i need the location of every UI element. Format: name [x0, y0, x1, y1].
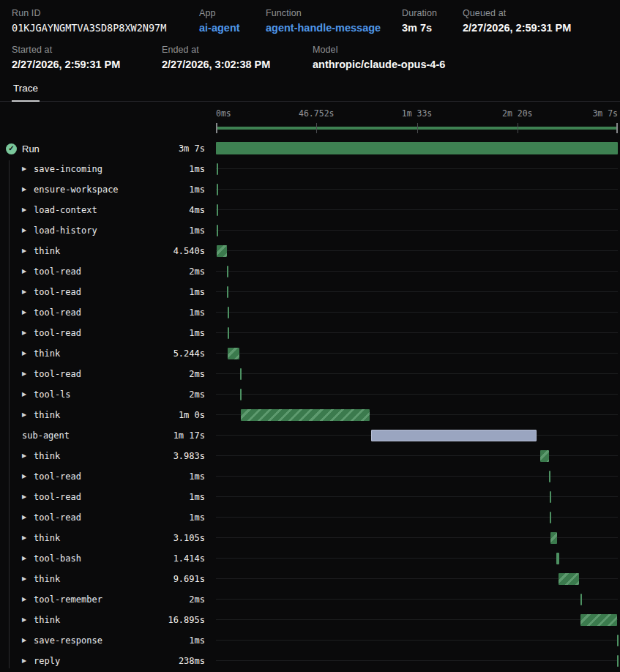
span-bar[interactable]: [556, 553, 559, 564]
span-bar[interactable]: [550, 532, 557, 544]
trace-span-row[interactable]: ▶ ensure-workspace 1ms: [0, 179, 620, 200]
span-bar[interactable]: [550, 512, 551, 523]
span-label-cell: ▶ tool-read 1ms: [0, 512, 216, 523]
trace-span-row[interactable]: ▶ tool-read 2ms: [0, 364, 620, 384]
expand-chevron-icon[interactable]: ▶: [22, 166, 34, 172]
trace-span-row[interactable]: ▶ tool-read 1ms: [0, 282, 620, 302]
trace-span-row[interactable]: ✓ Run 3m 7s: [0, 138, 620, 159]
timeline-minimap[interactable]: [216, 123, 618, 133]
trace-span-row[interactable]: ▶ tool-read 1ms: [0, 302, 620, 323]
span-name: think: [34, 533, 60, 543]
trace-span-row[interactable]: ▶ tool-bash 1.414s: [0, 548, 620, 569]
trace-span-row[interactable]: ▶ tool-read 1ms: [0, 507, 620, 528]
trace-span-row[interactable]: ▶ think 1m 0s: [0, 405, 620, 425]
expand-chevron-icon[interactable]: ▶: [22, 474, 34, 479]
run-id-label: Run ID: [12, 8, 199, 18]
span-bar[interactable]: [228, 307, 229, 318]
expand-chevron-icon[interactable]: ▶: [22, 658, 34, 664]
span-bar[interactable]: [217, 204, 218, 216]
span-bar[interactable]: [227, 266, 228, 277]
span-bar[interactable]: [559, 573, 579, 585]
expand-chevron-icon[interactable]: ▶: [22, 371, 34, 377]
span-bar[interactable]: [216, 142, 618, 154]
expand-chevron-icon[interactable]: ▶: [22, 597, 34, 602]
trace-span-row[interactable]: ▶ tool-read 1ms: [0, 323, 620, 343]
span-bar[interactable]: [217, 225, 218, 236]
span-duration: 9.691s: [173, 574, 205, 584]
expand-chevron-icon[interactable]: ▶: [22, 535, 34, 541]
expand-chevron-icon[interactable]: ▶: [22, 412, 34, 418]
trace-span-row[interactable]: sub-agent 1m 17s: [0, 425, 620, 446]
expand-chevron-icon[interactable]: ▶: [22, 576, 34, 582]
trace-span-row[interactable]: ▶ think 16.895s: [0, 610, 620, 630]
span-bar[interactable]: [217, 184, 218, 195]
ended-at-label: Ended at: [162, 45, 313, 55]
trace-span-row[interactable]: ▶ reply 238ms: [0, 651, 620, 671]
trace-panel: 0ms 46.752s 1m 33s 2m 20s 3m 7s ✓ Run 3m…: [0, 102, 620, 671]
expand-chevron-icon[interactable]: ▶: [22, 289, 34, 295]
trace-span-row[interactable]: ▶ load-history 1ms: [0, 220, 620, 241]
span-bar[interactable]: [580, 594, 582, 605]
expand-chevron-icon[interactable]: ▶: [22, 392, 34, 397]
span-bar[interactable]: [240, 389, 242, 400]
span-bar[interactable]: [217, 245, 226, 257]
span-bar[interactable]: [550, 491, 551, 503]
expand-chevron-icon[interactable]: ▶: [22, 515, 34, 520]
function-link[interactable]: agent-handle-message: [266, 22, 402, 34]
field-run-id: Run ID 01KJGAYNGMTVA3SD8P8XW2N97M: [12, 8, 199, 34]
app-link[interactable]: ai-agent: [199, 22, 266, 34]
span-name: load-context: [34, 205, 97, 215]
field-function: Function agent-handle-message: [266, 8, 402, 34]
expand-chevron-icon[interactable]: ▶: [22, 187, 34, 193]
minimap-tick: [616, 123, 618, 133]
span-bar[interactable]: [227, 286, 228, 298]
span-bar[interactable]: [580, 614, 617, 626]
expand-chevron-icon[interactable]: ▶: [22, 248, 34, 254]
expand-chevron-icon[interactable]: ▶: [22, 207, 34, 213]
trace-span-row[interactable]: ▶ tool-read 2ms: [0, 261, 620, 282]
trace-span-row[interactable]: ▶ think 3.105s: [0, 528, 620, 548]
expand-chevron-icon[interactable]: ▶: [22, 638, 34, 643]
expand-chevron-icon[interactable]: ▶: [22, 351, 34, 356]
trace-span-row[interactable]: ▶ tool-remember 2ms: [0, 589, 620, 610]
expand-chevron-icon[interactable]: ▶: [22, 556, 34, 561]
span-name: sub-agent: [22, 430, 70, 441]
span-timeline-track: [216, 241, 618, 261]
span-bar[interactable]: [240, 368, 242, 380]
trace-span-row[interactable]: ▶ load-context 4ms: [0, 200, 620, 220]
expand-chevron-icon[interactable]: ▶: [22, 617, 34, 623]
trace-span-row[interactable]: ▶ think 5.244s: [0, 343, 620, 364]
span-bar[interactable]: [228, 348, 239, 359]
expand-chevron-icon[interactable]: ▶: [22, 310, 34, 316]
expand-chevron-icon[interactable]: ▶: [22, 453, 34, 459]
trace-span-row[interactable]: ▶ tool-read 1ms: [0, 466, 620, 487]
span-label-cell: ▶ tool-read 1ms: [0, 328, 216, 338]
trace-span-row[interactable]: ▶ save-response 1ms: [0, 630, 620, 651]
span-label-cell: ▶ tool-read 1ms: [0, 492, 216, 502]
span-timeline-track: [216, 569, 618, 589]
span-name: reply: [34, 656, 60, 666]
queued-at-value: 2/27/2026, 2:59:31 PM: [463, 22, 571, 34]
span-bar[interactable]: [540, 450, 549, 462]
tab-trace[interactable]: Trace: [12, 83, 40, 102]
expand-chevron-icon[interactable]: ▶: [22, 494, 34, 500]
expand-chevron-icon[interactable]: ▶: [22, 228, 34, 234]
trace-span-row[interactable]: ▶ think 4.540s: [0, 241, 620, 261]
span-name: tool-read: [34, 287, 81, 297]
duration-label: Duration: [402, 8, 463, 18]
expand-chevron-icon[interactable]: ▶: [22, 269, 34, 275]
span-bar[interactable]: [549, 471, 550, 482]
span-bar[interactable]: [228, 327, 229, 339]
span-bar[interactable]: [617, 635, 619, 646]
trace-span-row[interactable]: ▶ tool-read 1ms: [0, 487, 620, 507]
span-bar[interactable]: [241, 409, 370, 421]
span-bar[interactable]: [371, 430, 537, 441]
trace-span-row[interactable]: ▶ tool-ls 2ms: [0, 384, 620, 405]
trace-span-row[interactable]: ▶ think 9.691s: [0, 569, 620, 589]
trace-span-row[interactable]: ▶ save-incoming 1ms: [0, 159, 620, 179]
span-bar[interactable]: [617, 655, 619, 667]
span-label-cell: ▶ tool-bash 1.414s: [0, 553, 216, 564]
span-bar[interactable]: [217, 163, 218, 175]
trace-span-row[interactable]: ▶ think 3.983s: [0, 446, 620, 466]
expand-chevron-icon[interactable]: ▶: [22, 330, 34, 336]
